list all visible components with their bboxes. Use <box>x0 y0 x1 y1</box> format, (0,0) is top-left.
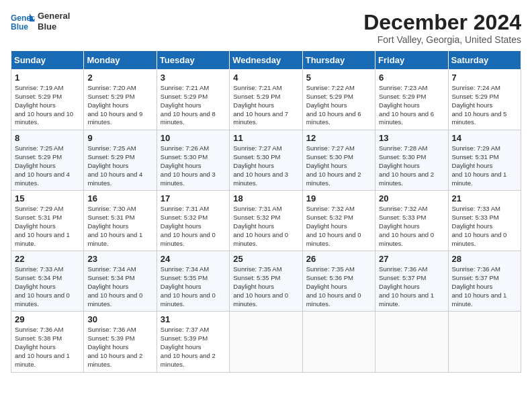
calendar-cell <box>230 312 302 372</box>
calendar-cell: 16 Sunrise: 7:30 AMSunset: 5:31 PMDaylig… <box>84 191 157 251</box>
calendar-cell: 10 Sunrise: 7:26 AMSunset: 5:30 PMDaylig… <box>157 130 229 191</box>
calendar-cell <box>448 312 521 372</box>
day-number: 29 <box>15 314 80 324</box>
cell-info: Sunrise: 7:27 AMSunset: 5:30 PMDaylight … <box>233 144 288 186</box>
weekday-header-friday: Friday <box>375 51 448 70</box>
day-number: 31 <box>161 314 226 324</box>
calendar-cell: 2 Sunrise: 7:20 AMSunset: 5:29 PMDayligh… <box>84 70 157 130</box>
cell-info: Sunrise: 7:34 AMSunset: 5:34 PMDaylight … <box>87 265 142 307</box>
calendar-subtitle: Fort Valley, Georgia, United States <box>363 34 521 45</box>
week-row-3: 15 Sunrise: 7:29 AMSunset: 5:31 PMDaylig… <box>11 191 521 251</box>
day-number: 7 <box>452 73 517 83</box>
day-number: 30 <box>87 314 152 324</box>
day-number: 5 <box>306 73 371 83</box>
cell-info: Sunrise: 7:33 AMSunset: 5:34 PMDaylight … <box>15 265 70 307</box>
day-number: 23 <box>87 254 152 264</box>
calendar-cell: 27 Sunrise: 7:36 AMSunset: 5:37 PMDaylig… <box>375 251 448 312</box>
cell-info: Sunrise: 7:36 AMSunset: 5:37 PMDaylight … <box>379 265 434 307</box>
logo-text: General Blue <box>38 11 70 32</box>
day-number: 15 <box>15 193 80 203</box>
day-number: 12 <box>306 133 371 143</box>
calendar-cell: 11 Sunrise: 7:27 AMSunset: 5:30 PMDaylig… <box>230 130 302 191</box>
cell-info: Sunrise: 7:36 AMSunset: 5:37 PMDaylight … <box>452 265 507 307</box>
day-number: 9 <box>87 133 152 143</box>
calendar-cell: 8 Sunrise: 7:25 AMSunset: 5:29 PMDayligh… <box>11 130 84 191</box>
cell-info: Sunrise: 7:20 AMSunset: 5:29 PMDaylight … <box>87 84 142 126</box>
cell-info: Sunrise: 7:25 AMSunset: 5:29 PMDaylight … <box>87 144 142 186</box>
week-row-4: 22 Sunrise: 7:33 AMSunset: 5:34 PMDaylig… <box>11 251 521 312</box>
cell-info: Sunrise: 7:31 AMSunset: 5:32 PMDaylight … <box>233 205 288 246</box>
header: General Blue General Blue December 2024 … <box>11 11 521 45</box>
calendar-cell: 17 Sunrise: 7:31 AMSunset: 5:32 PMDaylig… <box>157 191 229 251</box>
cell-info: Sunrise: 7:28 AMSunset: 5:30 PMDaylight … <box>379 144 434 186</box>
week-row-5: 29 Sunrise: 7:36 AMSunset: 5:38 PMDaylig… <box>11 312 521 372</box>
title-area: December 2024 Fort Valley, Georgia, Unit… <box>363 11 521 45</box>
day-number: 16 <box>87 193 152 203</box>
day-number: 20 <box>379 193 444 203</box>
calendar-cell: 14 Sunrise: 7:29 AMSunset: 5:31 PMDaylig… <box>448 130 521 191</box>
calendar-cell: 21 Sunrise: 7:33 AMSunset: 5:33 PMDaylig… <box>448 191 521 251</box>
logo-icon: General Blue <box>11 12 35 31</box>
svg-text:Blue: Blue <box>11 22 28 31</box>
cell-info: Sunrise: 7:35 AMSunset: 5:36 PMDaylight … <box>306 265 361 307</box>
day-number: 22 <box>15 254 80 264</box>
day-number: 18 <box>233 193 298 203</box>
cell-info: Sunrise: 7:19 AMSunset: 5:29 PMDaylight … <box>15 84 73 126</box>
day-number: 10 <box>161 133 226 143</box>
calendar-cell: 7 Sunrise: 7:24 AMSunset: 5:29 PMDayligh… <box>448 70 521 130</box>
cell-info: Sunrise: 7:33 AMSunset: 5:33 PMDaylight … <box>452 205 507 246</box>
weekday-header-tuesday: Tuesday <box>157 51 229 70</box>
calendar-cell: 12 Sunrise: 7:27 AMSunset: 5:30 PMDaylig… <box>302 130 375 191</box>
calendar-cell: 28 Sunrise: 7:36 AMSunset: 5:37 PMDaylig… <box>448 251 521 312</box>
cell-info: Sunrise: 7:35 AMSunset: 5:35 PMDaylight … <box>233 265 288 307</box>
day-number: 1 <box>15 73 80 83</box>
day-number: 6 <box>379 73 444 83</box>
cell-info: Sunrise: 7:23 AMSunset: 5:29 PMDaylight … <box>379 84 434 126</box>
calendar-cell: 25 Sunrise: 7:35 AMSunset: 5:35 PMDaylig… <box>230 251 302 312</box>
cell-info: Sunrise: 7:34 AMSunset: 5:35 PMDaylight … <box>161 265 216 307</box>
day-number: 11 <box>233 133 298 143</box>
day-number: 2 <box>87 73 152 83</box>
cell-info: Sunrise: 7:36 AMSunset: 5:38 PMDaylight … <box>15 326 70 367</box>
day-number: 28 <box>452 254 517 264</box>
calendar-cell: 3 Sunrise: 7:21 AMSunset: 5:29 PMDayligh… <box>157 70 229 130</box>
cell-info: Sunrise: 7:36 AMSunset: 5:39 PMDaylight … <box>87 326 142 367</box>
calendar-cell: 4 Sunrise: 7:21 AMSunset: 5:29 PMDayligh… <box>230 70 302 130</box>
calendar-cell: 24 Sunrise: 7:34 AMSunset: 5:35 PMDaylig… <box>157 251 229 312</box>
logo: General Blue General Blue <box>11 11 70 32</box>
calendar-cell: 18 Sunrise: 7:31 AMSunset: 5:32 PMDaylig… <box>230 191 302 251</box>
calendar-cell <box>302 312 375 372</box>
calendar-cell: 6 Sunrise: 7:23 AMSunset: 5:29 PMDayligh… <box>375 70 448 130</box>
cell-info: Sunrise: 7:37 AMSunset: 5:39 PMDaylight … <box>161 326 216 367</box>
day-number: 19 <box>306 193 371 203</box>
cell-info: Sunrise: 7:27 AMSunset: 5:30 PMDaylight … <box>306 144 361 186</box>
weekday-header-row: SundayMondayTuesdayWednesdayThursdayFrid… <box>11 51 521 70</box>
weekday-header-monday: Monday <box>84 51 157 70</box>
cell-info: Sunrise: 7:25 AMSunset: 5:29 PMDaylight … <box>15 144 70 186</box>
day-number: 25 <box>233 254 298 264</box>
calendar-table: SundayMondayTuesdayWednesdayThursdayFrid… <box>11 50 521 372</box>
calendar-cell: 23 Sunrise: 7:34 AMSunset: 5:34 PMDaylig… <box>84 251 157 312</box>
day-number: 14 <box>452 133 517 143</box>
cell-info: Sunrise: 7:21 AMSunset: 5:29 PMDaylight … <box>233 84 288 126</box>
week-row-1: 1 Sunrise: 7:19 AMSunset: 5:29 PMDayligh… <box>11 70 521 130</box>
day-number: 24 <box>161 254 226 264</box>
cell-info: Sunrise: 7:32 AMSunset: 5:32 PMDaylight … <box>306 205 361 246</box>
cell-info: Sunrise: 7:24 AMSunset: 5:29 PMDaylight … <box>452 84 507 126</box>
calendar-cell: 9 Sunrise: 7:25 AMSunset: 5:29 PMDayligh… <box>84 130 157 191</box>
calendar-cell: 15 Sunrise: 7:29 AMSunset: 5:31 PMDaylig… <box>11 191 84 251</box>
day-number: 13 <box>379 133 444 143</box>
day-number: 8 <box>15 133 80 143</box>
calendar-cell: 13 Sunrise: 7:28 AMSunset: 5:30 PMDaylig… <box>375 130 448 191</box>
calendar-cell: 20 Sunrise: 7:32 AMSunset: 5:33 PMDaylig… <box>375 191 448 251</box>
calendar-title: December 2024 <box>363 11 521 34</box>
calendar-cell <box>375 312 448 372</box>
calendar-cell: 5 Sunrise: 7:22 AMSunset: 5:29 PMDayligh… <box>302 70 375 130</box>
calendar-cell: 26 Sunrise: 7:35 AMSunset: 5:36 PMDaylig… <box>302 251 375 312</box>
weekday-header-saturday: Saturday <box>448 51 521 70</box>
cell-info: Sunrise: 7:26 AMSunset: 5:30 PMDaylight … <box>161 144 216 186</box>
cell-info: Sunrise: 7:29 AMSunset: 5:31 PMDaylight … <box>15 205 70 246</box>
cell-info: Sunrise: 7:30 AMSunset: 5:31 PMDaylight … <box>87 205 142 246</box>
day-number: 26 <box>306 254 371 264</box>
day-number: 17 <box>161 193 226 203</box>
